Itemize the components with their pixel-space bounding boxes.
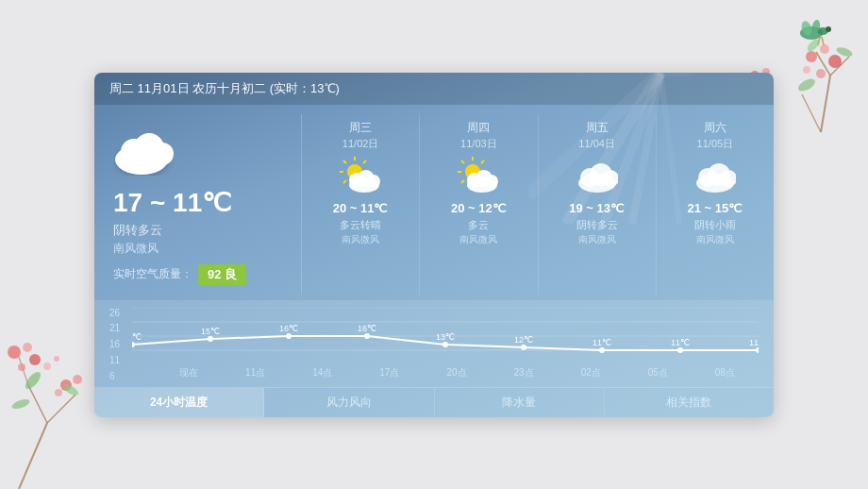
svg-point-4 (811, 19, 821, 33)
chart-line-svg: 13℃ 15℃ 16℃ 16℃ 13℃ 12℃ 11℃ 11℃ 11℃ (132, 308, 759, 364)
y-label-16: 16 (109, 339, 132, 349)
svg-point-0 (800, 26, 823, 40)
header-title: 周二 11月01日 农历十月初二 (实时：13℃) (109, 81, 340, 95)
x-label-11: 11点 (222, 366, 289, 379)
fc-temp-fri: 19 ~ 13℃ (569, 201, 625, 215)
svg-point-34 (10, 397, 31, 411)
svg-line-23 (47, 395, 75, 423)
svg-point-30 (73, 375, 82, 384)
x-label-17: 17点 (356, 366, 423, 379)
svg-point-25 (8, 346, 21, 359)
x-label-02: 02点 (558, 366, 625, 379)
svg-point-32 (23, 369, 43, 391)
svg-text:11℃: 11℃ (593, 338, 611, 347)
svg-point-31 (55, 389, 62, 396)
fc-wind-wed: 南风微风 (342, 233, 379, 246)
svg-point-19 (835, 45, 854, 59)
svg-point-36 (54, 356, 59, 362)
chart-y-axis: 26 21 16 11 6 (109, 308, 132, 383)
svg-point-35 (43, 363, 51, 370)
fc-desc-sat: 阴转小雨 (694, 218, 736, 232)
tab-24h-temp[interactable]: 24小时温度 (94, 388, 264, 417)
aqi-label: 实时空气质量： (113, 266, 192, 282)
today-description: 阴转多云 (113, 222, 162, 239)
fc-desc-wed: 多云转晴 (340, 218, 381, 232)
chart-body: 13℃ 15℃ 16℃ 16℃ 13℃ 12℃ 11℃ 11℃ 11℃ 现在 1… (132, 308, 759, 383)
aqi-row: 实时空气质量： 92 良 (113, 264, 246, 285)
svg-line-66 (481, 160, 484, 163)
forecast-panels: 周三 11/02日 (302, 114, 774, 295)
fc-day-sat-name: 周六 (704, 120, 726, 136)
svg-line-17 (802, 94, 821, 132)
today-wind: 南风微风 (113, 241, 159, 257)
fc-temp-sat: 21 ~ 15℃ (688, 201, 743, 215)
svg-line-67 (461, 180, 464, 183)
aqi-badge: 92 良 (198, 264, 246, 285)
svg-point-59 (367, 175, 380, 188)
x-label-23: 23点 (491, 366, 558, 379)
fc-icon-thu (458, 157, 499, 197)
svg-line-53 (363, 160, 366, 163)
svg-point-8 (820, 44, 829, 54)
svg-point-87 (286, 333, 292, 339)
svg-point-3 (800, 20, 814, 37)
today-weather-icon (113, 124, 189, 185)
svg-point-46 (151, 143, 174, 165)
svg-line-54 (343, 180, 346, 183)
fc-day-wed-name: 周三 (349, 120, 372, 136)
svg-point-89 (442, 342, 448, 347)
forecast-day-fri: 周五 11/04日 19 ~ 13℃ 阴转多云 南风微风 (539, 114, 657, 295)
fc-day-fri-date: 11/04日 (578, 137, 615, 151)
chart-x-labels: 现在 11点 14点 17点 20点 23点 02点 05点 08点 (155, 366, 759, 379)
svg-point-28 (18, 363, 25, 371)
svg-point-90 (521, 345, 526, 350)
svg-line-16 (816, 52, 830, 76)
svg-point-33 (61, 382, 80, 397)
svg-line-24 (19, 357, 28, 385)
fc-wind-sat: 南风微风 (696, 233, 734, 246)
top-bar: 周二 11月01日 农历十月初二 (实时：13℃) (94, 73, 774, 105)
weather-card: 周二 11月01日 农历十月初二 (实时：13℃) 1 (94, 73, 774, 417)
svg-point-88 (364, 333, 370, 339)
y-label-21: 21 (109, 323, 132, 333)
svg-line-52 (343, 160, 346, 163)
chart-section: 26 21 16 11 6 (94, 300, 774, 387)
tab-index[interactable]: 相关指数 (605, 388, 774, 417)
x-label-05: 05点 (625, 366, 692, 379)
svg-text:16℃: 16℃ (358, 324, 376, 333)
svg-text:11℃: 11℃ (671, 338, 690, 347)
svg-point-26 (23, 343, 32, 352)
fc-icon-sat (694, 157, 736, 197)
bottom-tabs: 24小时温度 风力风向 降水量 相关指数 (94, 387, 774, 417)
fc-desc-fri: 阴转多云 (576, 218, 618, 232)
svg-point-10 (816, 69, 826, 78)
svg-point-7 (806, 51, 817, 62)
fc-wind-fri: 南风微风 (578, 233, 616, 246)
svg-line-6 (822, 37, 824, 45)
today-panel: 17 ~ 11℃ 阴转多云 南风微风 实时空气质量： 92 良 (94, 114, 302, 295)
svg-point-85 (132, 342, 135, 347)
x-label-08: 08点 (692, 366, 759, 379)
svg-text:15℃: 15℃ (201, 327, 220, 336)
svg-point-92 (677, 347, 683, 353)
svg-line-5 (818, 37, 820, 45)
svg-text:12℃: 12℃ (514, 335, 533, 345)
svg-point-29 (60, 379, 72, 391)
fc-icon-fri (576, 157, 618, 197)
fc-temp-wed: 20 ~ 11℃ (333, 201, 389, 215)
svg-point-72 (485, 175, 498, 188)
svg-line-65 (461, 160, 464, 163)
today-temperature: 17 ~ 11℃ (113, 187, 231, 218)
svg-point-91 (599, 347, 605, 353)
svg-point-86 (208, 336, 213, 342)
fc-temp-thu: 20 ~ 12℃ (451, 201, 507, 215)
tab-rainfall[interactable]: 降水量 (435, 388, 605, 417)
svg-point-20 (806, 38, 822, 54)
fc-day-sat-date: 11/05日 (697, 137, 734, 151)
x-label-14: 14点 (289, 366, 356, 379)
fc-wind-thu: 南风微风 (459, 233, 497, 246)
tab-wind[interactable]: 风力风向 (264, 388, 434, 417)
svg-text:13℃: 13℃ (436, 332, 455, 342)
fc-day-fri-name: 周五 (586, 120, 609, 136)
svg-line-14 (821, 76, 830, 132)
